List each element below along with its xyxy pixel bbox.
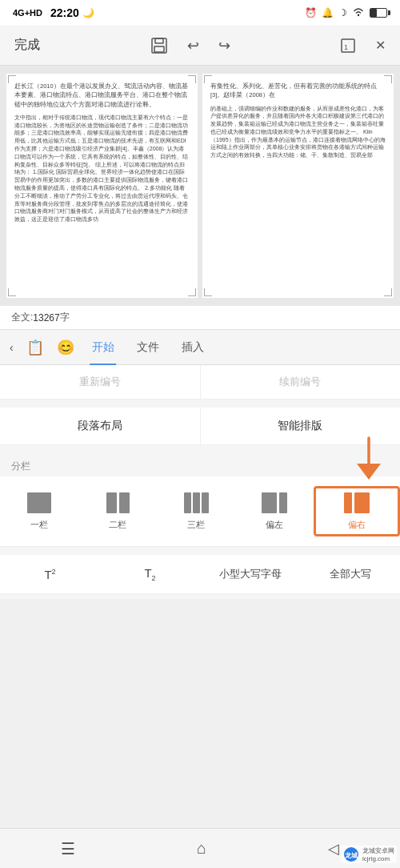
- columns-section-label: 分栏: [0, 453, 400, 476]
- doc-page-left: 赶长江（2010）在最个港以发展办义、驾流活动内容、物流基本要素、港口物流特点、…: [6, 74, 198, 298]
- done-button[interactable]: 完成: [10, 34, 45, 57]
- svg-point-0: [358, 14, 359, 15]
- notification-icon: 🔔: [322, 7, 334, 18]
- doc-main-right-text: 的基础上，强调细编的作业和数建的服务，从而形成差性化港口，为客户提供差异化的服务…: [210, 105, 386, 160]
- main-toolbar: 完成 ↩ ↪ 1 ✕: [0, 26, 400, 66]
- svg-rect-3: [154, 46, 164, 52]
- layout-row: 段落布局 智能排版: [0, 408, 400, 445]
- column-two-button[interactable]: 二栏: [78, 488, 157, 534]
- doc-text-top-left: 赶长江（2010）在最个港以发展办义、驾流活动内容、物流基本要素、港口物流特点、…: [14, 82, 190, 109]
- format-panel: 重新编号 续前编号 段落布局 智能排版 分栏 一栏 二栏: [0, 365, 400, 599]
- superscript-label: T2: [44, 568, 55, 581]
- night-mode-icon: ☽: [338, 7, 347, 18]
- column-bias-left-button[interactable]: 偏左: [235, 488, 314, 534]
- column-bias-right-button[interactable]: 偏右: [314, 486, 400, 536]
- tab-insert[interactable]: 插入: [170, 330, 215, 365]
- column-two-label: 二栏: [109, 519, 126, 531]
- status-left: 4G+HD 22:20 🌙: [13, 6, 94, 19]
- page-view-button[interactable]: 1: [335, 34, 361, 57]
- tab-bar: ‹ 📋 😊 开始 文件 插入: [0, 330, 400, 365]
- column-one-button[interactable]: 一栏: [0, 488, 78, 534]
- nav-back-button[interactable]: ◁: [328, 840, 339, 858]
- tab-file[interactable]: 文件: [126, 330, 170, 365]
- tab-clipboard-icon[interactable]: 📋: [20, 339, 50, 356]
- wifi-icon: [352, 7, 365, 19]
- svg-text:1: 1: [344, 43, 348, 51]
- word-count-label: 全文:: [11, 311, 33, 324]
- case-row: T2 T2 小型大写字母 全部大写: [0, 555, 400, 594]
- column-three-icon: [182, 492, 210, 514]
- save-button[interactable]: [146, 34, 173, 58]
- columns-row: 一栏 二栏 三栏 偏左: [0, 476, 400, 547]
- superscript-button[interactable]: T2: [0, 565, 100, 585]
- home-icon: ⌂: [197, 839, 206, 858]
- network-icon: 4G+HD: [13, 8, 42, 18]
- column-bias-left-label: 偏左: [266, 519, 283, 531]
- battery-icon: [370, 8, 387, 18]
- subscript-label: T2: [144, 566, 155, 582]
- document-area: 赶长江（2010）在最个港以发展办义、驾流活动内容、物流基本要素、港口物流特点、…: [0, 66, 400, 306]
- word-count-number: 13267: [33, 312, 59, 323]
- small-caps-label: 小型大写字母: [219, 567, 282, 581]
- all-caps-button[interactable]: 全部大写: [300, 564, 400, 585]
- back-icon: ◁: [328, 840, 339, 858]
- continue-number-button[interactable]: 续前编号: [201, 365, 401, 399]
- smart-layout-button[interactable]: 智能排版: [201, 408, 401, 444]
- nav-home-button[interactable]: ⌂: [197, 839, 206, 858]
- time-display: 22:20: [50, 6, 79, 19]
- column-three-label: 三栏: [187, 519, 205, 531]
- subscript-button[interactable]: T2: [100, 563, 200, 585]
- column-two-icon: [103, 492, 132, 514]
- redo-button[interactable]: ↪: [214, 34, 235, 58]
- tab-emoji-icon[interactable]: 😊: [50, 339, 81, 356]
- column-one-icon: [25, 492, 54, 514]
- alarm-icon: ⏰: [305, 7, 317, 18]
- svg-text:龙城: 龙城: [344, 852, 358, 859]
- column-bias-right-label: 偏右: [348, 519, 366, 531]
- column-bias-right-icon: [342, 492, 371, 514]
- word-count-bar: 全文: 13267 字: [0, 306, 400, 330]
- undo-button[interactable]: ↩: [182, 34, 204, 58]
- renumber-row: 重新编号 续前编号: [0, 365, 400, 400]
- svg-rect-2: [155, 38, 163, 43]
- watermark: 龙城 龙城安卓网lcjrtg.com: [341, 846, 397, 863]
- column-bias-left-icon: [260, 492, 289, 514]
- column-three-button[interactable]: 三栏: [157, 488, 235, 534]
- small-caps-button[interactable]: 小型大写字母: [200, 564, 300, 585]
- doc-main-text: 文中指出，相对于传统港口物流，现代港口物流主要有六个特点：一是港口物流较长，为资…: [14, 114, 190, 223]
- status-right: ⏰ 🔔 ☽: [305, 7, 387, 19]
- word-count-unit: 字: [60, 311, 70, 324]
- paragraph-layout-button[interactable]: 段落布局: [0, 408, 201, 444]
- status-bar: 4G+HD 22:20 🌙 ⏰ 🔔 ☽: [0, 0, 400, 26]
- column-one-label: 一栏: [30, 519, 48, 531]
- menu-icon: ☰: [61, 839, 75, 858]
- nav-menu-button[interactable]: ☰: [61, 839, 75, 858]
- doc-page-right: 有集性化、系列化、差苦化，但有着完善的功能系统的特点[3]。赵绯菜（2008）在…: [202, 74, 394, 298]
- renumber-button[interactable]: 重新编号: [0, 365, 201, 399]
- moon-icon: 🌙: [82, 7, 94, 18]
- tab-scroll-left[interactable]: ‹: [3, 341, 20, 354]
- bottom-nav: ☰ ⌂ ◁: [0, 828, 400, 868]
- all-caps-label: 全部大写: [330, 567, 371, 581]
- doc-text-top-right: 有集性化、系列化、差苦化，但有着完善的功能系统的特点[3]。赵绯菜（2008）在: [210, 82, 386, 100]
- tab-start[interactable]: 开始: [81, 330, 126, 365]
- close-button[interactable]: ✕: [370, 34, 390, 56]
